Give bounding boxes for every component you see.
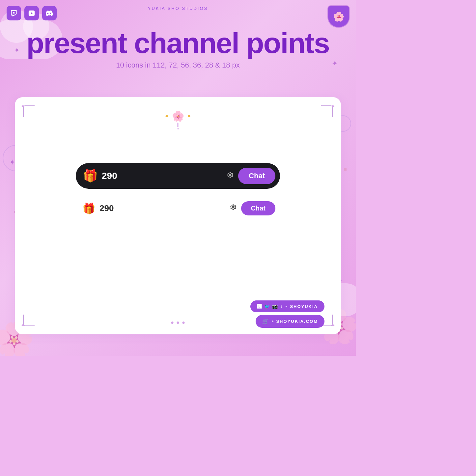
sparkle-2: ✦	[9, 158, 15, 167]
corner-sparkle-tl: ✦	[21, 103, 25, 109]
chat-bar-light: 🎁 290 Chat	[76, 198, 280, 219]
bottom-dot-2	[177, 322, 179, 324]
dot-separator-1	[286, 306, 287, 307]
top-social-icons	[7, 6, 57, 20]
chat-button-light[interactable]: Chat	[241, 201, 275, 215]
sakura-icon: 🌸	[172, 111, 184, 122]
website-badge: 🛒 SHOYUKIA.COM	[256, 315, 324, 328]
flower-dot-left	[166, 115, 168, 117]
tiktok-icon: ♪	[280, 304, 283, 309]
discord-icon[interactable]	[42, 6, 57, 20]
twitch-icon[interactable]	[7, 6, 21, 20]
chat-button-dark[interactable]: Chat	[238, 168, 275, 184]
dot-accent-1	[344, 168, 347, 171]
dot-separator-2	[272, 321, 273, 322]
etsy-icon: 🅴	[257, 304, 262, 309]
corner-sparkle-br: ✦	[331, 322, 335, 328]
top-bar: YUKIA SHO STUDIOS 🌸	[0, 0, 356, 27]
main-card: ✦ ✦ ✦ ✦ 🌸 🎁 290 Chat	[15, 97, 341, 334]
bottom-dots	[171, 322, 185, 324]
title-section: present channel points 10 icons in 112, …	[0, 28, 356, 70]
bottom-badges: 🅴 🐦 📷 ♪ SHOYUKIA 🛒 SHOYUKIA.COM	[250, 300, 324, 328]
demo-area: 🎁 290 Chat 🎁 290 Chat	[76, 163, 280, 219]
gift-icon-light: 🎁	[82, 202, 96, 215]
flower-drop-end	[177, 128, 179, 129]
svg-rect-1	[14, 12, 15, 14]
flower-badge-icon: 🌸	[333, 11, 345, 22]
corner-sparkle-tr: ✦	[331, 103, 335, 109]
flower-drop	[178, 123, 179, 127]
svg-rect-0	[13, 12, 14, 14]
cart-icon: 🛒	[262, 318, 269, 324]
main-title: present channel points	[13, 28, 343, 58]
flower-dot-right	[188, 115, 190, 117]
gift-icon-dark: 🎁	[83, 169, 98, 183]
studio-name: YUKIA SHO STUDIOS	[148, 6, 208, 11]
top-right-badge: 🌸	[328, 6, 349, 27]
instagram-icon: 📷	[272, 304, 278, 309]
social-badge: 🅴 🐦 📷 ♪ SHOYUKIA	[250, 300, 324, 312]
gear-icon-light	[229, 203, 237, 214]
corner-sparkle-bl: ✦	[21, 322, 25, 328]
youtube-icon[interactable]	[24, 6, 39, 20]
gear-icon-dark	[226, 171, 234, 182]
card-flower: 🌸	[166, 110, 190, 129]
bottom-dot-3	[182, 322, 185, 324]
website-label: SHOYUKIA.COM	[276, 319, 318, 324]
twitter-icon: 🐦	[264, 304, 270, 309]
social-icons: 🅴 🐦 📷 ♪	[257, 304, 283, 309]
chat-bar-dark: 🎁 290 Chat	[76, 163, 280, 189]
subtitle: 10 icons in 112, 72, 56, 36, 28 & 18 px	[13, 61, 343, 70]
bottom-dot-1	[171, 322, 174, 324]
social-handle: SHOYUKIA	[290, 304, 318, 309]
points-count-light: 290	[99, 203, 225, 213]
points-count-dark: 290	[102, 171, 222, 181]
